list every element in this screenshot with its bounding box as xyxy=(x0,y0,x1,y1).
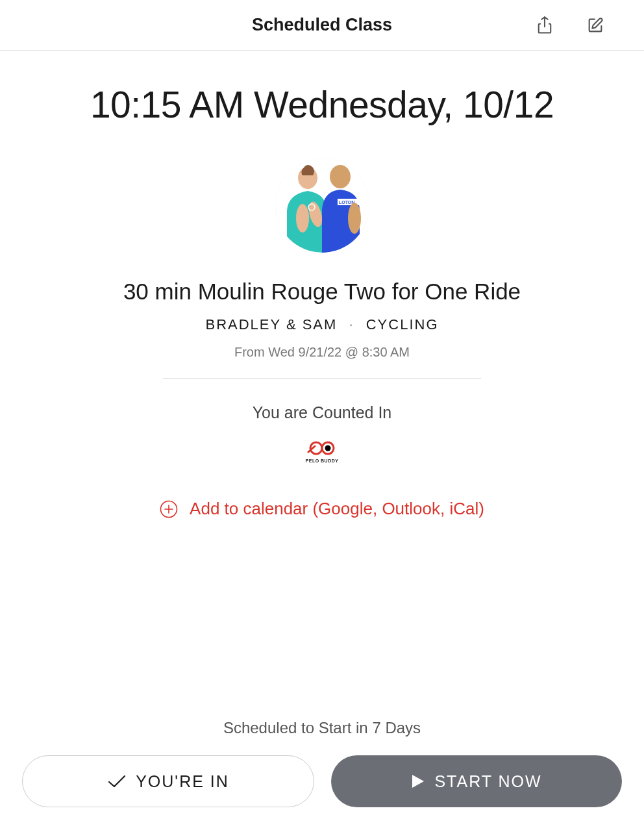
meta-separator: · xyxy=(349,316,354,333)
header-bar: Scheduled Class xyxy=(0,0,644,51)
header-actions xyxy=(535,16,605,35)
badge-icon xyxy=(307,440,337,456)
plus-circle-icon xyxy=(160,500,178,518)
button-row: YOU'RE IN START NOW xyxy=(22,755,622,807)
class-name: 30 min Moulin Rouge Two for One Ride xyxy=(26,279,618,305)
divider xyxy=(163,378,481,379)
scheduled-countdown: Scheduled to Start in 7 Days xyxy=(22,719,622,737)
share-icon[interactable] xyxy=(535,16,554,35)
play-icon xyxy=(411,773,425,789)
bottom-bar: Scheduled to Start in 7 Days YOU'RE IN S… xyxy=(0,719,644,807)
instructor-photo: LOTON xyxy=(275,158,369,253)
youre-in-button[interactable]: YOU'RE IN xyxy=(22,755,314,807)
edit-icon[interactable] xyxy=(586,16,605,35)
svg-point-3 xyxy=(296,204,309,233)
user-badge[interactable]: PELO BUDDY xyxy=(304,440,340,463)
class-datetime: 10:15 AM Wednesday, 10/12 xyxy=(26,83,618,126)
class-meta: BRADLEY & SAM · CYCLING xyxy=(26,316,618,333)
checkmark-icon xyxy=(107,774,127,788)
youre-in-label: YOU'RE IN xyxy=(136,772,229,791)
badge-label: PELO BUDDY xyxy=(306,459,339,463)
instructors-label: BRADLEY & SAM xyxy=(205,316,337,333)
add-calendar-label: Add to calendar (Google, Outlook, iCal) xyxy=(190,499,484,519)
svg-point-6 xyxy=(330,165,351,188)
from-date: From Wed 9/21/22 @ 8:30 AM xyxy=(26,345,618,360)
page-title: Scheduled Class xyxy=(252,15,392,35)
category-label: CYCLING xyxy=(366,316,439,333)
start-now-button[interactable]: START NOW xyxy=(331,755,622,807)
start-now-label: START NOW xyxy=(434,772,541,791)
main-content: 10:15 AM Wednesday, 10/12 LOTON xyxy=(0,51,644,519)
add-to-calendar-button[interactable]: Add to calendar (Google, Outlook, iCal) xyxy=(26,499,618,519)
svg-point-9 xyxy=(348,203,361,234)
svg-point-12 xyxy=(325,446,331,451)
counted-in-label: You are Counted In xyxy=(26,403,618,422)
